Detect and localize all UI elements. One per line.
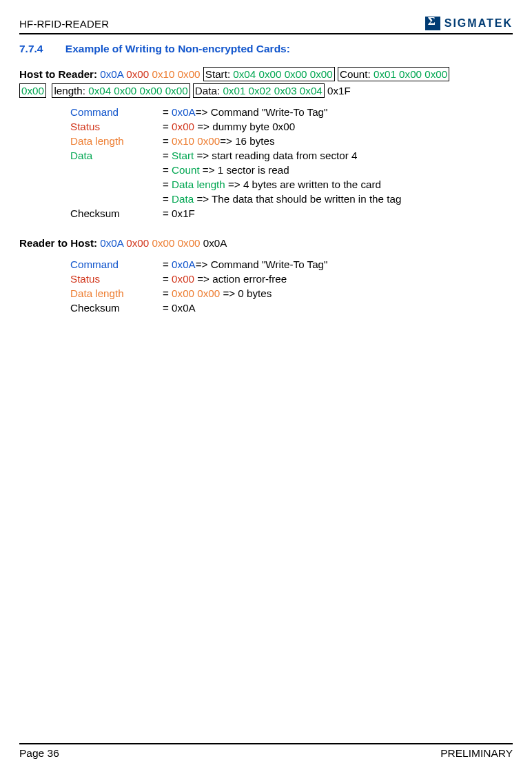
htr-box-count-a: Count: 0x01 0x00 0x00 bbox=[338, 67, 449, 81]
host-to-reader-line: Host to Reader: 0x0A 0x00 0x10 0x00 Star… bbox=[19, 66, 513, 99]
htr-lbl-checksum: Checksum bbox=[70, 207, 163, 221]
rth-lbl-status: Status bbox=[70, 272, 163, 287]
rth-lbl-command: Command bbox=[70, 258, 163, 272]
htr-lbl-datalen: Data length bbox=[70, 134, 163, 149]
rth-byte-len: 0x00 0x00 bbox=[152, 237, 200, 249]
rth-byte-cmd: 0x0A bbox=[100, 237, 123, 249]
rth-table: Command= 0x0A=> Command "Write-To Tag" S… bbox=[70, 258, 513, 316]
rth-byte-status: 0x00 bbox=[126, 237, 149, 249]
sigma-icon bbox=[425, 17, 440, 30]
brand-logo: SIGMATEK bbox=[425, 17, 513, 30]
htr-box-length: length: 0x04 0x00 0x00 0x00 bbox=[52, 83, 190, 98]
htr-lbl-status: Status bbox=[70, 120, 163, 134]
rth-label: Reader to Host: bbox=[19, 237, 100, 249]
footer-divider bbox=[19, 743, 513, 744]
htr-table: Command= 0x0A=> Command "Write-To Tag" S… bbox=[70, 105, 513, 221]
section-title: Example of Writing to Non-encrypted Card… bbox=[65, 43, 290, 54]
htr-label: Host to Reader: bbox=[19, 68, 100, 80]
htr-box-start: Start: 0x04 0x00 0x00 0x00 bbox=[203, 67, 335, 81]
doc-title: HF-RFID-READER bbox=[19, 18, 109, 30]
htr-lbl-data: Data bbox=[70, 149, 163, 163]
htr-byte-status: 0x00 bbox=[126, 68, 149, 80]
rth-lbl-checksum: Checksum bbox=[70, 301, 163, 316]
htr-box-count-b: 0x00 bbox=[19, 83, 46, 98]
section-heading: 7.7.4 Example of Writing to Non-encrypte… bbox=[19, 43, 513, 55]
htr-checksum-byte: 0x1F bbox=[325, 85, 351, 96]
section-number: 7.7.4 bbox=[19, 43, 43, 54]
rth-lbl-datalen: Data length bbox=[70, 287, 163, 301]
page-number: Page 36 bbox=[19, 747, 59, 760]
htr-byte-cmd: 0x0A bbox=[100, 68, 123, 80]
brand-name: SIGMATEK bbox=[444, 17, 513, 30]
htr-byte-len: 0x10 0x00 bbox=[152, 68, 200, 80]
rth-checksum-byte: 0x0A bbox=[201, 237, 227, 249]
page-header: HF-RFID-READER SIGMATEK bbox=[19, 17, 513, 32]
htr-lbl-command: Command bbox=[70, 105, 163, 120]
doc-status: PRELIMINARY bbox=[440, 747, 513, 760]
htr-box-data: Data: 0x01 0x02 0x03 0x04 bbox=[193, 83, 325, 98]
header-divider bbox=[19, 33, 513, 34]
reader-to-host-line: Reader to Host: 0x0A 0x00 0x00 0x00 0x0A bbox=[19, 236, 513, 251]
page-footer: Page 36 PRELIMINARY bbox=[19, 742, 513, 760]
